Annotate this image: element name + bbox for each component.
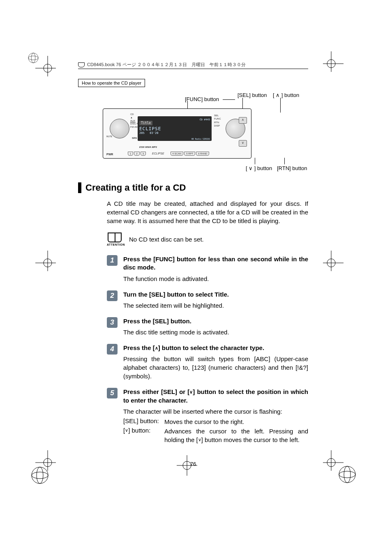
section-tab: How to operate the CD player — [78, 79, 145, 87]
intro-paragraph: A CD title may be created, attached and … — [107, 199, 308, 225]
step-number: 4 — [107, 344, 118, 355]
attention-text: No CD text disc can be set. — [129, 236, 204, 243]
step-title: Press the [∧] button to select the chara… — [123, 344, 308, 352]
step-title: Turn the [SEL] button to select Title. — [123, 290, 308, 299]
device-figure: [FUNC] button [SEL] button [ ∧ ] button … — [103, 92, 308, 174]
crop-mark — [323, 51, 339, 68]
crop-mark — [35, 251, 52, 267]
table-label: [∨] button: — [123, 427, 164, 444]
fig-label-down: [ ∨ ] button — [246, 165, 272, 171]
step-text: The function mode is adtivated. — [123, 274, 308, 283]
chevron-up-icon: ∧ — [155, 346, 158, 350]
svg-point-6 — [28, 53, 38, 63]
chevron-down-icon: ∨ — [198, 438, 201, 442]
chevron-down-icon: ∨ — [189, 390, 193, 394]
fig-label-up: [ ∧ ] button — [273, 92, 299, 98]
step-title: Press the [SEL] button. — [123, 317, 308, 325]
leader-line — [223, 99, 235, 100]
book-icon — [78, 62, 85, 67]
step-4: 4 Press the [∧] button to select the cha… — [107, 344, 308, 382]
device-front-panel: CD ▲ AUX DISC MS FM AM MUTE SRS PWR CD #… — [103, 108, 251, 159]
page-header-runner: CD8445.book 76 ページ ２００４年１２月１３日 月曜日 午前１１時… — [78, 62, 308, 69]
step-title: Press the [FUNC] button for less than on… — [123, 255, 308, 272]
page-number: 76 — [78, 461, 308, 467]
preset-keys: 1 2 3 ECLIPSE 4 SCAN 5 RPT 6 RAND — [128, 152, 209, 156]
chevron-down-icon: ∨ — [125, 428, 128, 433]
leader-line — [280, 98, 281, 113]
fig-label-rtn: [RTN] button — [277, 165, 307, 171]
print-sphere-icon — [337, 464, 353, 481]
svg-point-29 — [344, 466, 350, 483]
svg-point-25 — [32, 472, 48, 479]
table-text: Advances the cursor to the left. Pressin… — [164, 427, 308, 444]
step-1: 1 Press the [FUNC] button for less than … — [107, 255, 308, 285]
up-button: ∧ — [239, 117, 247, 124]
print-sphere-icon — [30, 465, 46, 481]
leader-line — [255, 158, 255, 164]
step-5: 5 Press either [SEL] or [∨] button to se… — [107, 388, 308, 445]
svg-point-27 — [339, 466, 355, 483]
svg-point-8 — [31, 53, 35, 63]
step-number: 2 — [107, 290, 118, 301]
button-table: [SEL] button: Moves the cursor to the ri… — [123, 417, 308, 444]
runner-text: CD8445.book 76 ページ ２００４年１２月１３日 月曜日 午前１１時… — [87, 62, 246, 68]
down-button: ∨ — [239, 140, 247, 147]
step-2: 2 Turn the [SEL] button to select Title.… — [107, 290, 308, 311]
crop-mark — [35, 450, 52, 467]
attention-icon: ATTENTION — [107, 233, 122, 246]
step-text: The character will be inserted where the… — [123, 407, 308, 416]
fig-label-sel: [SEL] button — [238, 92, 267, 98]
page-title: Creating a title for a CD — [78, 182, 308, 193]
step-title: Press either [SEL] or [∨] button to sele… — [123, 388, 308, 405]
fig-label-func: [FUNC] button — [185, 96, 219, 102]
svg-point-26 — [37, 467, 43, 484]
step-number: 1 — [107, 255, 118, 266]
attention-box: ATTENTION No CD text disc can be set. — [107, 233, 308, 246]
table-text: Moves the cursor to the right. — [164, 417, 308, 426]
device-display: CD #445 Title ECLIPSE 205 03'20 HD Radio… — [138, 116, 212, 141]
step-3: 3 Press the [SEL] button. The disc title… — [107, 317, 308, 338]
crop-mark — [323, 251, 339, 267]
svg-point-7 — [28, 56, 38, 60]
step-text: The selected item will be highlighted. — [123, 301, 308, 310]
left-knob — [110, 119, 129, 138]
step-number: 3 — [107, 317, 118, 328]
step-number: 5 — [107, 388, 118, 398]
table-label: [SEL] button: — [123, 417, 164, 426]
leader-line — [284, 158, 285, 164]
svg-point-24 — [32, 467, 48, 484]
right-button-column: SEL FUNC RTN DISP — [214, 114, 221, 128]
step-text: Pressing the button will switch types fr… — [123, 355, 308, 380]
step-text: The disc title setting mode is activated… — [123, 328, 308, 336]
svg-point-28 — [339, 471, 355, 478]
print-sphere-icon — [27, 52, 37, 62]
